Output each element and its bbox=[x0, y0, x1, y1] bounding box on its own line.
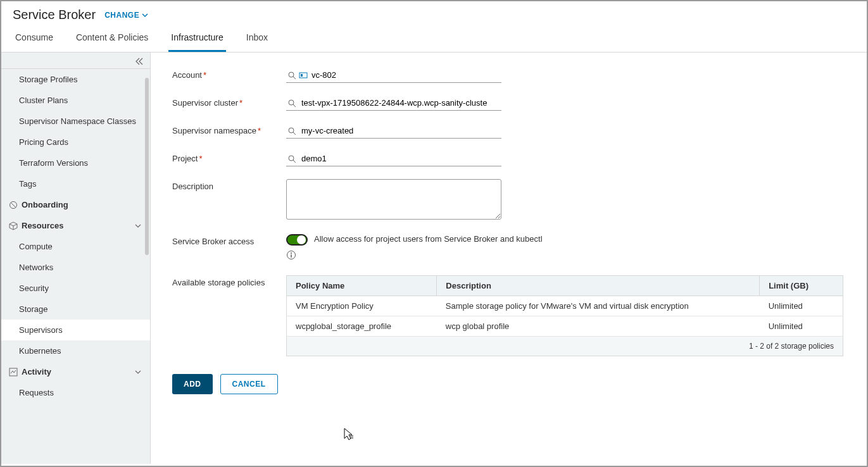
onboarding-icon bbox=[9, 201, 18, 209]
main-content: Account* Supervisor cluster* Supervisor … bbox=[151, 53, 867, 464]
sidebar-item-pricing-cards[interactable]: Pricing Cards bbox=[1, 132, 150, 153]
sidebar-collapse-strip bbox=[1, 53, 150, 69]
label-storage-policies: Available storage policies bbox=[172, 275, 286, 289]
sidebar-item-cluster-plans[interactable]: Cluster Plans bbox=[1, 90, 150, 111]
col-limit[interactable]: Limit (GB) bbox=[760, 275, 843, 296]
label-account: Account* bbox=[172, 68, 286, 83]
cell-policy: wcpglobal_storage_profile bbox=[287, 316, 437, 336]
sidebar-group-onboarding[interactable]: Onboarding bbox=[1, 194, 150, 215]
label-sb-access: Service Broker access bbox=[172, 234, 286, 260]
sidebar-group-activity[interactable]: Activity bbox=[1, 361, 150, 382]
sidebar-item-tags[interactable]: Tags bbox=[1, 173, 150, 194]
resources-label: Resources bbox=[22, 221, 63, 230]
chevron-down-icon bbox=[135, 223, 141, 229]
sidebar-item-storage-profiles[interactable]: Storage Profiles bbox=[1, 69, 150, 90]
supervisor-cluster-input[interactable] bbox=[286, 96, 501, 111]
cell-desc: Sample storage policy for VMware's VM an… bbox=[437, 296, 760, 316]
storage-policies-table: Policy Name Description Limit (GB) VM En… bbox=[286, 275, 843, 356]
chevron-down-icon bbox=[142, 12, 148, 18]
svg-rect-4 bbox=[301, 74, 303, 77]
search-icon bbox=[287, 125, 296, 135]
supervisor-namespace-input[interactable] bbox=[286, 123, 501, 139]
search-icon bbox=[287, 97, 296, 108]
col-policy-name[interactable]: Policy Name bbox=[287, 275, 437, 296]
tab-consume[interactable]: Consume bbox=[13, 26, 56, 52]
table-row[interactable]: VM Encryption PolicySample storage polic… bbox=[287, 296, 843, 316]
project-input[interactable] bbox=[286, 151, 501, 166]
sidebar: Storage Profiles Cluster Plans Superviso… bbox=[1, 53, 151, 464]
search-icon bbox=[287, 70, 296, 80]
add-button[interactable]: ADD bbox=[172, 374, 213, 394]
app-title: Service Broker bbox=[13, 8, 96, 22]
sidebar-item-supervisors[interactable]: Supervisors bbox=[1, 320, 150, 340]
activity-icon bbox=[9, 368, 18, 377]
tab-infrastructure[interactable]: Infrastructure bbox=[168, 26, 225, 52]
sb-access-toggle[interactable] bbox=[286, 234, 308, 246]
sb-access-description: Allow access for project users from Serv… bbox=[314, 234, 543, 244]
tab-inbox[interactable]: Inbox bbox=[244, 26, 270, 52]
cube-icon bbox=[9, 221, 18, 230]
app-header: Service Broker CHANGE bbox=[1, 1, 867, 26]
sidebar-item-supervisor-namespace-classes[interactable]: Supervisor Namespace Classes bbox=[1, 111, 150, 132]
svg-rect-10 bbox=[291, 254, 291, 258]
activity-label: Activity bbox=[22, 367, 51, 377]
collapse-sidebar-icon[interactable] bbox=[135, 56, 144, 65]
svg-point-9 bbox=[291, 252, 292, 254]
table-footer: 1 - 2 of 2 storage policies bbox=[287, 336, 843, 356]
svg-point-7 bbox=[289, 156, 294, 161]
svg-rect-3 bbox=[299, 73, 307, 78]
cell-desc: wcp global profile bbox=[437, 316, 760, 336]
cursor-icon bbox=[343, 427, 355, 441]
chevron-down-icon bbox=[135, 369, 141, 375]
sidebar-group-resources[interactable]: Resources bbox=[1, 215, 150, 236]
sidebar-item-kubernetes[interactable]: Kubernetes bbox=[1, 340, 150, 361]
label-supervisor-namespace: Supervisor namespace* bbox=[172, 123, 286, 139]
sidebar-item-requests[interactable]: Requests bbox=[1, 382, 150, 403]
description-textarea[interactable] bbox=[286, 179, 501, 220]
vcenter-icon bbox=[299, 70, 308, 80]
tab-content-policies[interactable]: Content & Policies bbox=[73, 26, 151, 52]
sidebar-item-security[interactable]: Security bbox=[1, 278, 150, 299]
label-project: Project* bbox=[172, 151, 286, 166]
change-label: CHANGE bbox=[104, 11, 139, 20]
cell-limit: Unlimited bbox=[760, 316, 843, 336]
cancel-button[interactable]: CANCEL bbox=[220, 374, 278, 394]
sidebar-item-storage[interactable]: Storage bbox=[1, 299, 150, 320]
search-icon bbox=[287, 153, 296, 163]
cell-policy: VM Encryption Policy bbox=[287, 296, 437, 316]
table-row[interactable]: wcpglobal_storage_profilewcp global prof… bbox=[287, 316, 843, 336]
sidebar-item-networks[interactable]: Networks bbox=[1, 257, 150, 278]
primary-tabs: Consume Content & Policies Infrastructur… bbox=[1, 26, 867, 53]
change-context-button[interactable]: CHANGE bbox=[104, 11, 148, 20]
sidebar-item-terraform-versions[interactable]: Terraform Versions bbox=[1, 153, 150, 173]
info-icon[interactable] bbox=[286, 249, 543, 260]
col-description[interactable]: Description bbox=[437, 275, 760, 296]
sidebar-item-compute[interactable]: Compute bbox=[1, 236, 150, 257]
svg-point-5 bbox=[289, 100, 294, 105]
label-description: Description bbox=[172, 179, 286, 221]
svg-point-6 bbox=[289, 128, 294, 133]
sidebar-scrollbar[interactable] bbox=[145, 78, 149, 255]
svg-point-2 bbox=[289, 72, 294, 77]
cell-limit: Unlimited bbox=[760, 296, 843, 316]
onboarding-label: Onboarding bbox=[22, 200, 68, 209]
label-supervisor-cluster: Supervisor cluster* bbox=[172, 96, 286, 111]
account-input[interactable] bbox=[286, 68, 501, 83]
